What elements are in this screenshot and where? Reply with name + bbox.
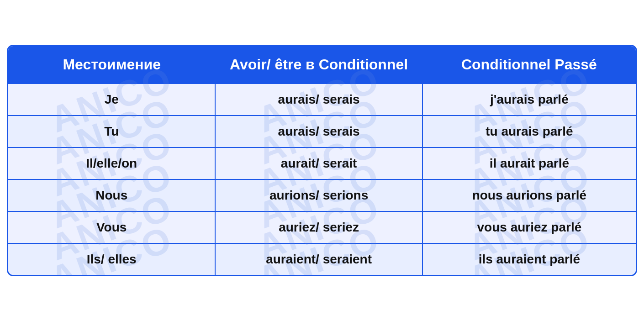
table-row: ANICOJeANICOaurais/ seraisANICOj'aurais … bbox=[8, 84, 636, 116]
conditionnel-cell: ANICOtu aurais parlé bbox=[422, 116, 636, 147]
pronoun-cell: ANICOJe bbox=[8, 84, 215, 116]
table-row: ANICOVousANICOauriez/ seriezANICOvous au… bbox=[8, 211, 636, 243]
table-row: ANICOTuANICOaurais/ seraisANICOtu aurais… bbox=[8, 116, 636, 147]
avoir-cell: ANICOaurais/ serais bbox=[215, 84, 422, 116]
pronoun-cell: ANICONous bbox=[8, 179, 215, 211]
table-row: ANICOIls/ ellesANICOauraient/ seraientAN… bbox=[8, 243, 636, 275]
conditionnel-cell: ANICOils auraient parlé bbox=[422, 243, 636, 275]
conditionnel-cell: ANICOj'aurais parlé bbox=[422, 84, 636, 116]
avoir-cell: ANICOaurais/ serais bbox=[215, 116, 422, 147]
avoir-cell: ANICOaurait/ serait bbox=[215, 147, 422, 179]
pronoun-cell: ANICOIl/elle/on bbox=[8, 147, 215, 179]
avoir-cell: ANICOauraient/ seraient bbox=[215, 243, 422, 275]
table-row: ANICOIl/elle/onANICOaurait/ seraitANICOi… bbox=[8, 147, 636, 179]
conditionnel-cell: ANICOnous aurions parlé bbox=[422, 179, 636, 211]
header-avoir: Avoir/ être в Conditionnel bbox=[215, 46, 422, 84]
pronoun-cell: ANICOTu bbox=[8, 116, 215, 147]
main-table-wrapper: Местоимение Avoir/ être в Conditionnel C… bbox=[7, 45, 637, 276]
conjugation-table: Местоимение Avoir/ être в Conditionnel C… bbox=[8, 46, 636, 275]
conditionnel-cell: ANICOil aurait parlé bbox=[422, 147, 636, 179]
header-conditionnel: Conditionnel Passé bbox=[422, 46, 636, 84]
header-row: Местоимение Avoir/ être в Conditionnel C… bbox=[8, 46, 636, 84]
table-row: ANICONousANICOaurions/ serionsANICOnous … bbox=[8, 179, 636, 211]
avoir-cell: ANICOaurions/ serions bbox=[215, 179, 422, 211]
pronoun-cell: ANICOVous bbox=[8, 211, 215, 243]
pronoun-cell: ANICOIls/ elles bbox=[8, 243, 215, 275]
conditionnel-cell: ANICOvous auriez parlé bbox=[422, 211, 636, 243]
header-pronoun: Местоимение bbox=[8, 46, 215, 84]
avoir-cell: ANICOauriez/ seriez bbox=[215, 211, 422, 243]
